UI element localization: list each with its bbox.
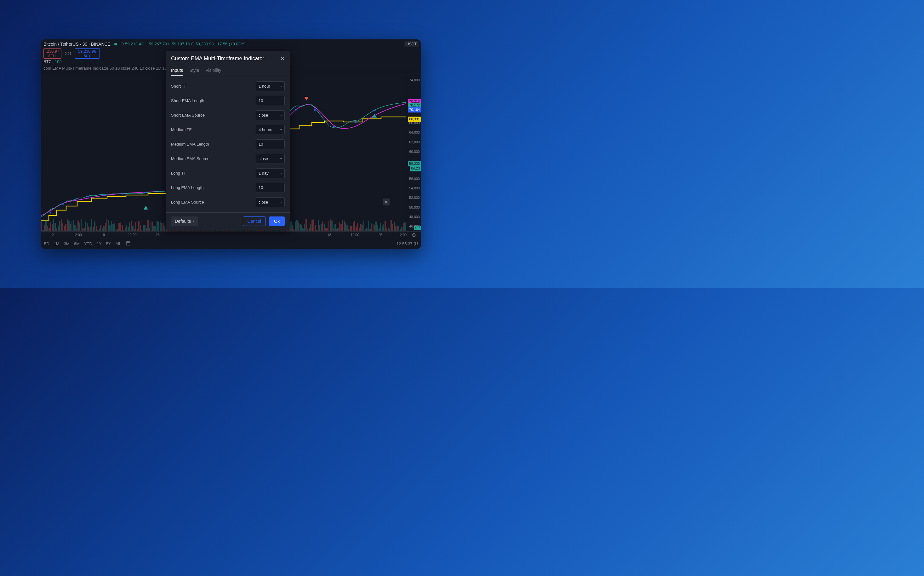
tf-5y[interactable]: 5Y [106, 242, 111, 246]
field-label: Medium EMA Source [171, 156, 209, 161]
medium-ema-source-select[interactable]: close▾ [256, 154, 285, 164]
volume-label: 492 [414, 226, 421, 230]
chevron-down-icon: ▾ [280, 171, 282, 175]
dialog-title: Custom EMA Multi-Timeframe Indicator [171, 56, 264, 62]
svg-point-7 [295, 109, 297, 110]
currency-badge[interactable]: USDT [404, 41, 418, 47]
close-icon[interactable]: ✕ [280, 55, 285, 62]
long-ema-source-select[interactable]: close▾ [256, 197, 285, 207]
chevron-down-icon: ▾ [280, 128, 282, 131]
field-label: Long EMA Length [171, 185, 203, 190]
ema-med-price-label: 70,164 [408, 107, 421, 112]
chevron-down-icon: ▾ [280, 157, 282, 160]
field-label: Short EMA Length [171, 98, 204, 103]
dialog-tabs: Inputs Style Visibility [166, 65, 290, 76]
svg-point-6 [144, 192, 146, 193]
chevron-down-icon: ▾ [280, 114, 282, 117]
field-label: Long EMA Source [171, 200, 204, 205]
ema-long-price-label: 68,331 [408, 117, 421, 122]
medium-tf-select[interactable]: 4 hours▾ [256, 125, 285, 135]
chevron-down-icon: ▾ [193, 219, 194, 223]
calendar-icon[interactable] [126, 241, 131, 247]
tf-6m[interactable]: 6M [74, 242, 80, 246]
time-axis[interactable]: 12 12:00 19 12:00 26 18 12:00 25 12:00 [41, 231, 421, 239]
tf-3m[interactable]: 3M [64, 242, 70, 246]
ticker-label: BTC [43, 59, 52, 64]
short-ema-source-select[interactable]: close▾ [256, 110, 285, 120]
tf-1m[interactable]: 1M [54, 242, 59, 246]
defaults-button[interactable]: Defaults▾ [171, 216, 198, 226]
price-axis[interactable]: 74,000 66,000 64,000 62,000 60,000 56,00… [406, 72, 421, 231]
svg-point-11 [374, 110, 376, 111]
symbol-title[interactable]: Bitcoin / TetherUS · 30 · BINANCE [43, 42, 110, 46]
short-tf-select[interactable]: 1 hour▾ [256, 81, 285, 91]
long-ema-length-input[interactable]: 10 [256, 183, 285, 193]
svg-point-4 [103, 194, 105, 196]
svg-point-10 [355, 121, 357, 123]
indicator-settings-dialog: Custom EMA Multi-Timeframe Indicator ✕ I… [166, 51, 290, 230]
field-label: Medium EMA Length [171, 142, 209, 147]
tf-ytd[interactable]: YTD [84, 242, 92, 246]
cancel-button[interactable]: Cancel [243, 216, 266, 226]
spread-value: 0.01 [65, 52, 71, 56]
dialog-body: Short TF1 hour▾ Short EMA Length10 Short… [166, 76, 290, 212]
countdown-label: 04:23 [410, 166, 421, 171]
chevron-down-icon: ▾ [280, 200, 282, 204]
timeframe-bar: 5D 1M 3M 6M YTD 1Y 5Y All 12:55:37 (U [41, 239, 421, 248]
sell-marker-icon [304, 97, 309, 101]
goto-date-icon[interactable] [406, 232, 421, 239]
svg-point-3 [88, 196, 89, 197]
ticker-value: 109 [55, 59, 62, 64]
field-label: Short TF [171, 84, 187, 88]
chevron-down-icon: ▾ [280, 85, 282, 88]
long-tf-select[interactable]: 1 day▾ [256, 168, 285, 178]
svg-point-8 [314, 109, 316, 110]
svg-point-2 [75, 199, 77, 200]
field-label: Long TF [171, 171, 186, 176]
svg-point-9 [333, 125, 335, 127]
tab-visibility[interactable]: Visibility [205, 65, 221, 76]
ohlc-readout: O59,213.42 H59,267.79 L59,197.16 C59,230… [121, 42, 246, 46]
field-label: Short EMA Source [171, 113, 205, 118]
ok-button[interactable]: Ok [269, 216, 285, 226]
tab-style[interactable]: Style [189, 65, 199, 76]
trading-app-window: Bitcoin / TetherUS · 30 · BINANCE O59,21… [41, 39, 421, 249]
expand-icon[interactable]: » [383, 198, 389, 205]
field-label: Medium TF [171, 127, 192, 132]
svg-point-1 [62, 203, 64, 205]
buy-button[interactable]: 59,230.98 BUY [75, 48, 100, 58]
tf-all[interactable]: All [116, 242, 120, 246]
medium-ema-length-input[interactable]: 10 [256, 139, 285, 149]
buy-marker-icon [372, 114, 377, 118]
chart-header: Bitcoin / TetherUS · 30 · BINANCE O59,21… [41, 39, 421, 49]
sell-button[interactable]: ,230.97 SELL [43, 48, 61, 58]
tab-inputs[interactable]: Inputs [171, 65, 183, 76]
svg-point-5 [122, 193, 124, 194]
tf-1y[interactable]: 1Y [97, 242, 102, 246]
short-ema-length-input[interactable]: 10 [256, 96, 285, 106]
buy-marker-icon [144, 206, 148, 210]
time-ticks: 12 12:00 19 12:00 26 18 12:00 25 12:00 [41, 232, 406, 239]
svg-rect-13 [126, 242, 130, 245]
clock: 12:55:37 (U [396, 242, 418, 246]
tf-5d[interactable]: 5D [44, 242, 49, 246]
market-status-dot [114, 43, 117, 45]
